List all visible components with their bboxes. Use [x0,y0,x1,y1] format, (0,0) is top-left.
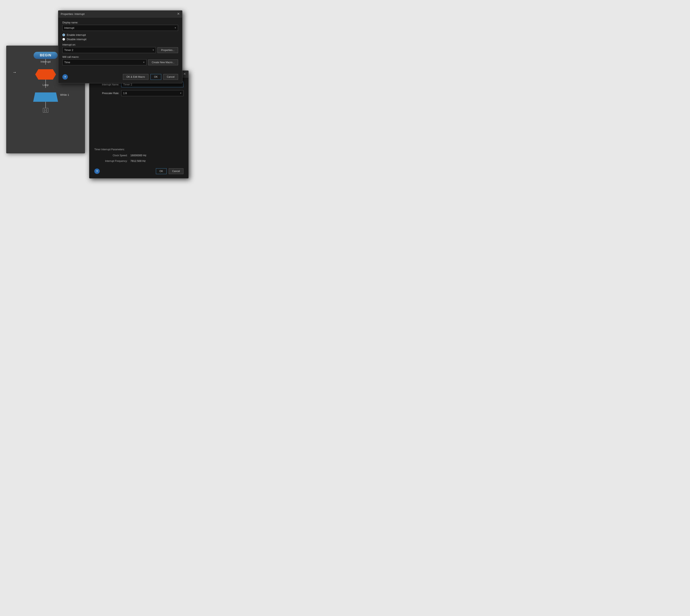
cancel-button[interactable]: Cancel [163,74,178,80]
ok-button[interactable]: OK [151,74,161,80]
begin-label: BEGIN [40,53,51,57]
interrupt-on-input-row: Timer 2 Properties... [62,47,178,53]
properties-button[interactable]: Properties... [157,47,178,53]
interrupt-on-label: Interrupt on: [62,43,178,46]
ok-edit-macro-button[interactable]: OK & Edit Macro [123,74,149,80]
prescaler-rate-select-wrapper[interactable]: 1:8 [121,90,183,96]
interrupt-freq-row: Interrupt Frequency: 7812.500 Hz [94,159,183,162]
enable-interrupt-radio[interactable]: Enable interrupt [62,34,178,37]
timer-params-section: Timer Interrupt Parameters: Clock Speed:… [94,145,183,162]
timer-params-title: Timer Interrupt Parameters: [94,148,183,151]
interrupt-props-footer: ? OK Cancel [94,165,183,174]
interrupt-freq-value: 7812.500 Hz [130,159,146,162]
interrupt-radio-group: Enable interrupt Disable interrupt [62,34,178,41]
will-call-macro-select-wrapper[interactable]: Time [62,59,147,65]
properties-interrupt-dialog: Properties: Interrupt ✕ Display name: In… [58,10,182,83]
prescaler-rate-label: Prescaler Rate: [94,92,119,95]
interrupt-props-ok-button[interactable]: OK [156,168,166,174]
interrupt-props-body: Interrupt Name: Prescaler Rate: 1:8 Time… [89,78,188,178]
begin-node: BEGIN [34,52,58,59]
flow-connector-3 [45,102,46,108]
will-call-macro-select[interactable]: Time [62,59,147,65]
clock-speed-row: Clock Speed: 16000000 Hz [94,154,183,157]
display-name-row: Display name: Interrupt [62,21,178,31]
loop-shape [33,92,58,102]
interrupt-name-label: Interrupt Name: [94,83,119,86]
interrupt-label: Interrupt [41,60,50,63]
interrupt-props-close-button[interactable]: ✕ [183,72,186,76]
properties-help-button[interactable]: ? [62,74,68,80]
interrupt-freq-label: Interrupt Frequency: [94,160,128,162]
spacer [94,99,183,140]
loop-row: Loop While 1 [10,88,81,102]
disable-interrupt-radio[interactable]: Disable interrupt [62,38,178,41]
create-new-macro-button[interactable]: Create New Macro... [148,60,178,65]
interrupt-shape [35,69,56,80]
prescaler-rate-row: Prescaler Rate: 1:8 [94,90,183,96]
display-name-select-wrapper[interactable]: Interrupt [62,25,178,31]
properties-body: Display name: Interrupt Enable interrupt… [58,17,182,71]
loop-label: Loop [43,83,49,86]
interrupt-on-row: Interrupt on: Timer 2 Properties... [62,43,178,53]
interrupt-props-dialog: Interrupt properties ✕ Interrupt Name: P… [89,70,188,178]
arrow-icon: → [13,70,17,74]
will-call-macro-input-row: Time Create New Macro... [62,59,178,65]
interrupt-props-cancel-button[interactable]: Cancel [169,168,183,174]
properties-close-button[interactable]: ✕ [177,12,180,16]
will-call-macro-label: Will call macro: [62,56,178,59]
display-name-label: Display name: [62,21,178,24]
collapse-button[interactable]: [-] [43,108,48,113]
properties-footer: ? OK & Edit Macro OK Cancel [58,71,182,83]
clock-speed-value: 16000000 Hz [130,154,146,157]
interrupt-on-select[interactable]: Timer 2 [62,47,156,53]
loop-text: While 1 [60,93,69,96]
interrupt-on-select-wrapper[interactable]: Timer 2 [62,47,156,53]
properties-titlebar: Properties: Interrupt ✕ [58,10,182,17]
properties-title: Properties: Interrupt [61,13,85,16]
clock-speed-label: Clock Speed: [94,154,128,157]
will-call-macro-row: Will call macro: Time Create New Macro..… [62,56,178,65]
interrupt-props-help-button[interactable]: ? [94,169,100,174]
display-name-select[interactable]: Interrupt [62,25,178,31]
prescaler-rate-select[interactable]: 1:8 [121,90,183,96]
